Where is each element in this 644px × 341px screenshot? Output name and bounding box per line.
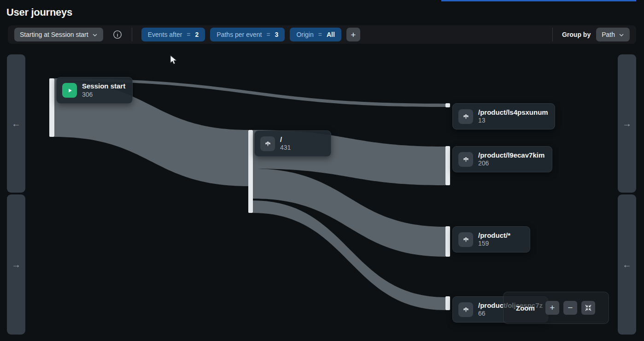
node-value: 206 bbox=[478, 159, 544, 168]
path-split-icon bbox=[458, 302, 473, 317]
journey-node-l9ecav7kim[interactable]: /product/l9ecav7kim206 bbox=[452, 146, 552, 172]
node-label: /product/ls4psxunum bbox=[478, 108, 548, 117]
path-split-icon bbox=[458, 232, 473, 247]
path-split-icon bbox=[458, 109, 473, 124]
node-label: /product/l9ecav7kim bbox=[478, 151, 544, 159]
arrow-right-icon: → bbox=[622, 118, 632, 129]
zoom-panel: Zoom + − bbox=[503, 292, 609, 324]
sankey-bar-root[interactable] bbox=[248, 130, 253, 213]
journey-node-ls4psxunum[interactable]: /product/ls4psxunum13 bbox=[452, 103, 555, 129]
journey-node-product-star[interactable]: /product/*159 bbox=[452, 226, 530, 253]
node-value: 306 bbox=[82, 91, 125, 99]
user-journeys-app: User journeys Starting at Session start … bbox=[0, 0, 644, 341]
zoom-in-button[interactable]: + bbox=[545, 301, 559, 315]
node-label: Session start bbox=[82, 82, 125, 90]
zoom-fit-button[interactable] bbox=[581, 301, 595, 315]
node-value: 159 bbox=[478, 240, 510, 248]
node-label: / bbox=[280, 135, 291, 144]
path-split-icon bbox=[260, 136, 275, 151]
node-value: 431 bbox=[280, 144, 291, 152]
minus-icon: − bbox=[568, 303, 573, 313]
journey-node-session-start[interactable]: Session start306 bbox=[56, 77, 133, 104]
nav-right-back-panel[interactable]: ← bbox=[618, 194, 636, 335]
session-start-play-icon bbox=[62, 83, 77, 98]
journey-node-root[interactable]: /431 bbox=[254, 130, 331, 157]
zoom-label: Zoom bbox=[516, 304, 535, 312]
nav-left-back-panel[interactable]: ← bbox=[7, 54, 25, 193]
arrow-left-icon: ← bbox=[12, 118, 21, 129]
path-split-icon bbox=[458, 152, 473, 167]
node-label: /product/* bbox=[478, 231, 510, 240]
sankey-bar-product-star[interactable] bbox=[445, 226, 450, 257]
compress-arrows-icon bbox=[584, 304, 592, 312]
sankey-bar-ls4psxunum[interactable] bbox=[445, 103, 450, 107]
node-value: 13 bbox=[478, 117, 548, 125]
nav-right-forward-panel[interactable]: → bbox=[618, 54, 636, 193]
sankey-bar-session-start[interactable] bbox=[49, 78, 54, 137]
plus-icon: + bbox=[550, 303, 555, 313]
arrow-left-icon: ← bbox=[622, 259, 632, 270]
sankey-bar-oljcespc7z[interactable] bbox=[445, 296, 450, 310]
nav-left-forward-panel[interactable]: → bbox=[7, 194, 25, 335]
sankey-bar-l9ecav7kim[interactable] bbox=[445, 146, 450, 185]
arrow-right-icon: → bbox=[12, 259, 21, 270]
zoom-out-button[interactable]: − bbox=[563, 301, 577, 315]
